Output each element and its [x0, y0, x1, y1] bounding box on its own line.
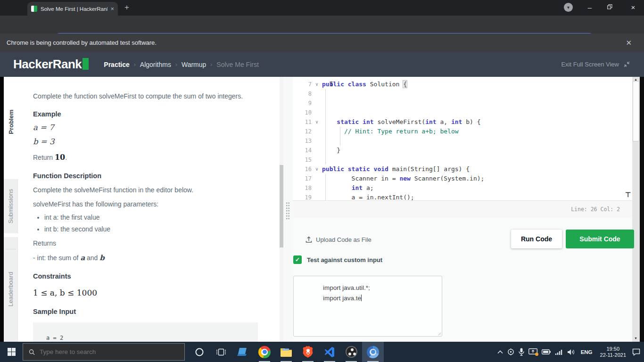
new-tab-button[interactable]: +	[124, 3, 129, 12]
breadcrumb-current: Solve Me First	[216, 61, 258, 68]
breadcrumb-separator: ›	[210, 61, 212, 68]
custom-input-line: import java.util.*;	[323, 283, 442, 293]
browser-tab[interactable]: Solve Me First | HackerRank ×	[27, 2, 118, 16]
tray-microphone-icon[interactable]	[519, 348, 524, 356]
breadcrumb-practice[interactable]: Practice	[104, 61, 129, 68]
tray-camera-icon[interactable]	[507, 348, 514, 355]
code-line[interactable]: 18 int a;	[293, 183, 632, 193]
code-line[interactable]: 14 }	[293, 146, 632, 155]
problem-scrollbar-thumb[interactable]	[280, 165, 283, 247]
constraints-expression: 1 ≤ a, b ≤ 1000	[33, 288, 258, 297]
code-line[interactable]: 10	[293, 108, 632, 117]
fold-gutter	[312, 136, 322, 146]
hackerrank-logo[interactable]: HackerRank	[13, 57, 89, 72]
line-number: 17	[293, 174, 312, 183]
exit-fullscreen-button[interactable]: Exit Full Screen View	[561, 61, 630, 68]
editor-resize-handle[interactable]: ⊤	[625, 191, 631, 198]
custom-input-checkbox[interactable]: ✓	[293, 255, 302, 264]
window-restore-button[interactable]	[607, 4, 618, 9]
line-number: 7	[293, 80, 312, 89]
code-text: a = in.nextInt();	[322, 193, 414, 200]
fold-toggle-icon[interactable]: ∨	[312, 117, 322, 127]
task-view-button[interactable]	[210, 342, 232, 362]
code-text: int a;	[322, 183, 374, 193]
tray-screenshare-icon[interactable]	[528, 348, 537, 355]
textarea-resize-handle[interactable]	[437, 331, 441, 335]
tray-network-icon[interactable]	[555, 349, 563, 355]
code-editor[interactable]: 7∨public class Solution {891011∨ static …	[293, 77, 632, 200]
tray-language-indicator[interactable]: ENG	[579, 349, 594, 355]
code-line[interactable]: 11∨ static int solveMeFirst(int a, int b…	[293, 117, 632, 127]
hackerrank-header: HackerRank Practice › Algorithms › Warmu…	[0, 52, 644, 77]
splitter-drag-handle[interactable]	[286, 202, 290, 220]
window-minimize-button[interactable]: –	[585, 3, 595, 11]
taskbar-search-input[interactable]	[40, 348, 179, 355]
cortana-button[interactable]	[189, 342, 210, 362]
tray-clock[interactable]: 19:50 22-11-2021	[598, 346, 628, 358]
upload-code-link[interactable]: Upload Code as File	[305, 236, 372, 243]
breadcrumb-separator: ›	[175, 61, 177, 68]
taskbar-app-obs[interactable]	[340, 342, 362, 362]
taskbar-app-chromium-active[interactable]	[362, 342, 384, 362]
code-line[interactable]: 16∨public static void main(String[] args…	[293, 165, 632, 174]
returns-description: - int: the sum of a and b	[33, 254, 258, 262]
cortana-icon	[195, 347, 204, 357]
start-button[interactable]	[0, 342, 23, 362]
tray-chevron-up-icon[interactable]	[497, 350, 503, 354]
infobar-close-icon[interactable]: ✕	[626, 39, 637, 47]
side-tab-submissions[interactable]: Submissions	[4, 179, 18, 233]
run-code-button[interactable]: Run Code	[511, 230, 562, 248]
infobar-text: Chrome is being controlled by automated …	[7, 39, 626, 46]
fold-gutter	[312, 108, 322, 117]
taskbar-app-brave[interactable]	[297, 342, 319, 362]
problem-intro: Complete the function solveMeFirst to co…	[33, 92, 258, 100]
taskbar-app-explorer[interactable]	[275, 342, 297, 362]
compress-icon	[624, 61, 630, 67]
fold-gutter	[312, 127, 322, 136]
scroll-up-arrow[interactable]: ▲	[634, 78, 638, 81]
code-line[interactable]: 15	[293, 155, 632, 165]
tab-close-icon[interactable]: ×	[110, 5, 114, 12]
line-number: 18	[293, 183, 312, 193]
line-number: 11	[293, 117, 312, 127]
fold-gutter	[312, 89, 322, 99]
code-line[interactable]: 7∨public class Solution {	[293, 80, 632, 89]
vscode-icon	[324, 346, 335, 358]
side-tab-leaderboard[interactable]: Leaderboard	[4, 261, 18, 317]
brave-icon	[303, 346, 314, 358]
code-line[interactable]: 9	[293, 99, 632, 108]
taskbar-search-box[interactable]	[23, 343, 185, 361]
fold-toggle-icon[interactable]: ∨	[312, 80, 322, 89]
tray-volume-icon[interactable]	[567, 349, 575, 355]
taskbar-app-chrome[interactable]	[254, 342, 275, 362]
custom-input-line: import java.te	[323, 293, 442, 304]
code-line[interactable]: 13	[293, 136, 632, 146]
exit-fullscreen-label: Exit Full Screen View	[561, 61, 619, 68]
scroll-down-arrow[interactable]: ▼	[634, 337, 638, 340]
window-close-button[interactable]: ×	[628, 3, 638, 11]
custom-input-textarea[interactable]: import java.util.*; import java.te	[293, 276, 442, 337]
notification-dot	[535, 353, 538, 356]
breadcrumb-separator: ›	[134, 61, 136, 68]
fold-toggle-icon[interactable]: ∨	[312, 165, 322, 174]
editor-status-bar: Line: 26 Col: 2	[293, 200, 632, 218]
code-line[interactable]: 12 // Hint: Type return a+b; below	[293, 127, 632, 136]
window-profile-icon[interactable]: ▾	[564, 3, 573, 12]
code-line[interactable]: 8	[293, 89, 632, 99]
fold-gutter	[312, 155, 322, 165]
breadcrumb-warmup[interactable]: Warmup	[182, 61, 206, 68]
taskbar-app-vscode[interactable]	[319, 342, 340, 362]
breadcrumb-algorithms[interactable]: Algorithms	[140, 61, 171, 68]
taskbar-app-device[interactable]	[232, 342, 254, 362]
upload-icon	[305, 236, 312, 243]
side-tab-problem[interactable]: Problem	[4, 96, 18, 148]
editor-scrollbar-thumb[interactable]	[633, 81, 639, 141]
task-view-icon	[216, 348, 226, 356]
action-center-icon[interactable]	[632, 348, 640, 356]
line-number: 9	[293, 99, 312, 108]
tray-battery-icon[interactable]	[542, 349, 551, 354]
code-line[interactable]: 19 a = in.nextInt();	[293, 193, 632, 200]
code-line[interactable]: 17 Scanner in = new Scanner(System.in);	[293, 174, 632, 183]
submit-code-button[interactable]: Submit Code	[566, 230, 634, 248]
system-tray: ENG 19:50 22-11-2021	[497, 342, 640, 362]
